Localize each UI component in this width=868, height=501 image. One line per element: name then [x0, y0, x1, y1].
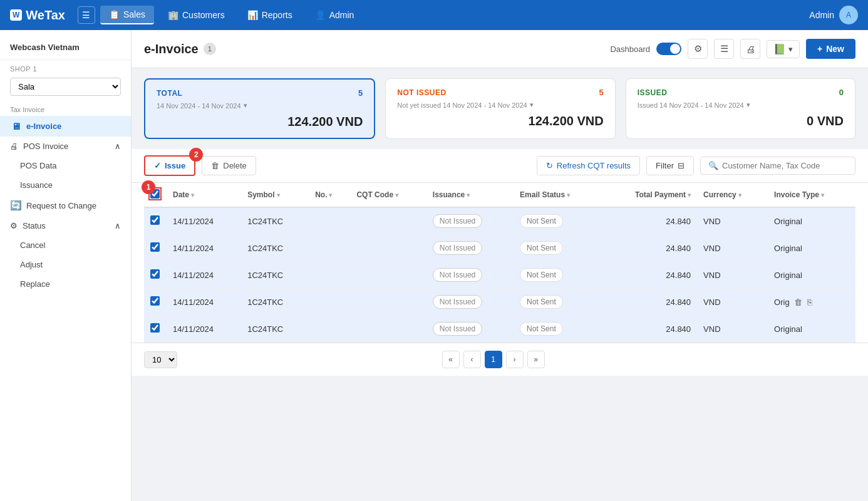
prev-page-btn[interactable]: ‹ — [463, 351, 481, 368]
nav-admin[interactable]: 👤 Admin — [306, 6, 363, 24]
row-total-payment: 24.840 — [601, 207, 697, 235]
dashboard-label: Dashboard — [610, 44, 650, 54]
issue-button[interactable]: ✓ Issue — [144, 155, 195, 176]
copy-row-btn[interactable]: ⎘ — [807, 297, 812, 307]
symbol-column-header[interactable]: Symbol ▾ — [241, 183, 309, 207]
table-row: 14/11/2024 1C24TKC Not Issued Not Sent 2… — [144, 289, 855, 316]
page-size-selector[interactable]: 10 25 50 — [144, 351, 181, 368]
summary-card-total[interactable]: TOTAL 5 14 Nov 2024 - 14 Nov 2024 ▾ 124.… — [144, 78, 375, 139]
select-all-header[interactable]: 1 — [144, 183, 167, 207]
print-icon: 🖨 — [746, 44, 755, 54]
sidebar-item-issuance[interactable]: Issuance — [10, 175, 131, 195]
shop-section-label: Shop 1 — [0, 60, 131, 75]
settings-btn[interactable]: ⚙ — [688, 39, 708, 59]
page-size-select[interactable]: 10 25 50 — [144, 351, 177, 368]
einvoice-icon: 🖥 — [10, 121, 21, 132]
invoice-type-column-header[interactable]: Invoice Type ▾ — [768, 183, 855, 207]
email-status-badge: Not Sent — [520, 322, 563, 336]
sidebar-item-replace[interactable]: Replace — [10, 274, 131, 294]
search-box[interactable]: 🔍 — [700, 157, 855, 175]
row-date: 14/11/2024 — [167, 235, 241, 262]
dashboard-toggle[interactable] — [656, 43, 681, 55]
cqt-code-column-header[interactable]: CQT Code ▾ — [350, 183, 426, 207]
last-page-btn[interactable]: » — [527, 351, 545, 368]
sidebar-item-einvoice[interactable]: 🖥 e-Invoice — [0, 116, 131, 137]
sidebar-item-posdata[interactable]: POS Data — [10, 156, 131, 175]
row-checkbox[interactable] — [150, 215, 160, 225]
excel-export-btn[interactable]: 📗 ▾ — [767, 40, 800, 58]
row-issuance: Not Issued — [426, 316, 514, 343]
company-name: Webcash Vietnam — [0, 38, 131, 60]
nav-sales[interactable]: 📋 Sales — [100, 6, 154, 24]
row-checkbox-cell[interactable] — [144, 235, 167, 262]
row-total-payment: 24.840 — [601, 289, 697, 316]
current-page-btn[interactable]: 1 — [485, 351, 502, 368]
row-checkbox-cell[interactable] — [144, 262, 167, 289]
first-page-btn[interactable]: « — [442, 351, 460, 368]
issue-label: Issue — [165, 161, 185, 170]
no-column-header[interactable]: No. ▾ — [309, 183, 350, 207]
date-column-header[interactable]: Date ▾ — [167, 183, 241, 207]
list-view-btn[interactable]: ☰ — [714, 39, 734, 59]
new-button[interactable]: + New — [806, 39, 855, 59]
print-btn[interactable]: 🖨 — [740, 39, 760, 59]
issuance-column-header[interactable]: Issuance ▾ — [426, 183, 514, 207]
total-payment-column-header[interactable]: Total Payment ▾ — [601, 183, 697, 207]
chevron-up-icon: ∧ — [115, 142, 121, 151]
page-title-badge: 1 — [204, 43, 216, 55]
row-invoice-type: Orig 🗑 ⎘ — [768, 289, 855, 316]
row-checkbox-cell[interactable] — [144, 207, 167, 235]
chevron-down-icon: ▾ — [788, 44, 793, 54]
sidebar-item-status[interactable]: ⚙ Status ∧ — [0, 216, 131, 235]
sidebar-item-adjust[interactable]: Adjust — [10, 255, 131, 274]
nav-reports[interactable]: 📊 Reports — [239, 6, 301, 24]
row-symbol: 1C24TKC — [241, 207, 309, 235]
invoice-type-text: Original — [774, 244, 802, 253]
pagination-bar: 10 25 50 « ‹ 1 › » — [132, 343, 868, 376]
row-checkbox[interactable] — [150, 296, 160, 306]
delete-button[interactable]: 🗑 Delete — [202, 156, 256, 175]
sidebar-item-cancel[interactable]: Cancel — [10, 235, 131, 255]
next-page-btn[interactable]: › — [506, 351, 524, 368]
request-change-label: Request to Change — [26, 201, 96, 210]
currency-column-header[interactable]: Currency ▾ — [697, 183, 768, 207]
search-input[interactable] — [722, 161, 847, 170]
issued-date: Issued 14 Nov 2024 - 14 Nov 2024 ▾ — [638, 101, 844, 109]
nav-customers[interactable]: 🏢 Customers — [159, 6, 234, 24]
row-checkbox[interactable] — [150, 242, 160, 252]
sidebar-item-requestchange[interactable]: 🔄 Request to Change — [0, 195, 131, 216]
row-checkbox-cell[interactable] — [144, 316, 167, 343]
sort-icon: ▾ — [821, 192, 824, 199]
trash-icon: 🗑 — [211, 161, 219, 170]
shop-selector[interactable]: Sala — [0, 75, 131, 102]
delete-row-btn[interactable]: 🗑 — [794, 297, 802, 307]
row-email-status: Not Sent — [514, 207, 601, 235]
row-checkbox[interactable] — [150, 269, 160, 279]
total-date: 14 Nov 2024 - 14 Nov 2024 ▾ — [157, 101, 363, 110]
row-issuance: Not Issued — [426, 235, 514, 262]
row-checkbox[interactable] — [150, 323, 160, 333]
user-avatar[interactable]: A — [839, 6, 858, 24]
row-symbol: 1C24TKC — [241, 289, 309, 316]
pos-invoice-label: POS Invoice — [23, 142, 68, 151]
summary-card-notissued[interactable]: NOT ISSUED 5 Not yet issued 14 Nov 2024 … — [385, 78, 615, 139]
pos-data-label: POS Data — [20, 161, 57, 170]
refresh-cqt-btn[interactable]: ↻ Refresh CQT results — [537, 156, 640, 175]
shop-select[interactable]: Sala — [10, 78, 121, 96]
nav-customers-label: Customers — [182, 10, 225, 20]
issuance-badge: Not Issued — [433, 214, 482, 228]
row-invoice-type: Original — [768, 316, 855, 343]
email-status-column-header[interactable]: Email Status ▾ — [514, 183, 601, 207]
summary-card-issued[interactable]: ISSUED 0 Issued 14 Nov 2024 - 14 Nov 202… — [626, 78, 855, 139]
chevron-down-icon: ▾ — [747, 101, 750, 109]
cancel-label: Cancel — [20, 240, 45, 250]
excel-icon: 📗 — [773, 43, 786, 55]
sidebar-item-posinvoice[interactable]: 🖨 POS Invoice ∧ — [0, 137, 131, 156]
sidebar-toggle-btn[interactable]: ☰ — [78, 6, 95, 24]
page-header: e-Invoice 1 Dashboard ⚙ ☰ 🖨 📗 ▾ — [132, 30, 868, 68]
row-currency: VND — [697, 235, 768, 262]
filter-button[interactable]: Filter ⊟ — [646, 156, 694, 175]
row-checkbox-cell[interactable] — [144, 289, 167, 316]
new-label: New — [826, 44, 844, 54]
list-icon: ☰ — [720, 43, 728, 54]
